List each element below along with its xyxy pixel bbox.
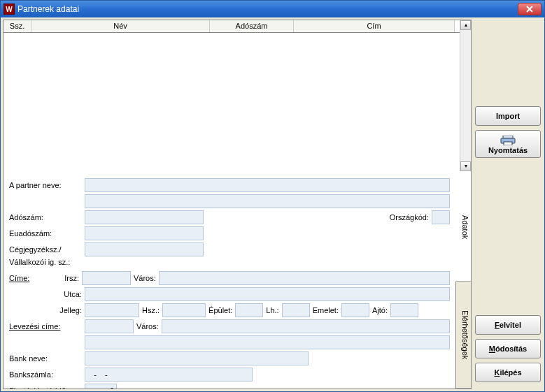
company-reg-field[interactable]	[85, 242, 204, 256]
addr-street-field[interactable]	[85, 287, 450, 301]
modify-button[interactable]: Módosítás	[475, 339, 541, 358]
label-street: Utca:	[9, 290, 85, 298]
close-icon	[525, 6, 534, 13]
label-stair: Lh.:	[263, 306, 281, 314]
addr-city-field[interactable]	[159, 271, 450, 285]
addr-door-field[interactable]	[390, 303, 418, 317]
scroll-up-icon[interactable]: ▴	[460, 20, 471, 30]
window: W Partnerek adatai Ssz. Név Adószám Cím …	[0, 0, 545, 392]
col-nev[interactable]: Név	[31, 20, 210, 32]
label-building: Épület:	[206, 306, 235, 314]
label-address: Címe:	[9, 274, 43, 282]
app-icon: W	[3, 3, 15, 15]
addr-building-field[interactable]	[235, 303, 263, 317]
country-code-field[interactable]	[432, 210, 450, 224]
bank-account-field[interactable]	[85, 368, 253, 382]
label-entrepreneur: Vállalkozói ig. sz.:	[9, 259, 85, 266]
printer-icon	[500, 136, 516, 145]
label-zip: Irsz:	[43, 274, 82, 282]
addr-type-field[interactable]	[85, 303, 139, 317]
print-button-label: Nyomtatás	[488, 146, 528, 154]
label-type: Jelleg:	[9, 306, 85, 314]
grid-header: Ssz. Név Adószám Cím	[3, 20, 460, 33]
col-ado[interactable]: Adószám	[210, 20, 294, 32]
bank-name-field[interactable]	[85, 351, 309, 365]
partner-name2-field[interactable]	[85, 194, 450, 208]
payment-deadline-field[interactable]	[85, 384, 117, 389]
mail-zip-field[interactable]	[85, 319, 134, 333]
label-bank-name: Bank neve:	[9, 354, 85, 363]
mail-rest-field[interactable]	[85, 335, 450, 349]
label-mail-city: Város:	[134, 322, 162, 331]
tab-data[interactable]: Adatok	[455, 174, 471, 282]
right-panel: Import Nyomtatás FFelvitelelvitel Módosí…	[474, 20, 542, 389]
window-title: Partnerek adatai	[17, 4, 518, 14]
label-partner-name: A partner neve:	[9, 181, 85, 189]
close-button[interactable]	[518, 3, 542, 15]
add-button[interactable]: FFelvitelelvitel	[475, 315, 541, 335]
vertical-tabs: Adatok Elérhetőségek	[455, 174, 471, 389]
col-cim[interactable]: Cím	[294, 20, 455, 32]
tax-number-field[interactable]	[85, 210, 204, 224]
label-country-code: Országkód:	[387, 213, 432, 222]
label-company-reg: Cégjegyzéksz./	[9, 246, 85, 254]
label-eu-tax: Euadószám:	[9, 229, 85, 238]
print-button[interactable]: Nyomtatás	[475, 130, 541, 158]
addr-stair-field[interactable]	[282, 303, 310, 317]
svg-rect-0	[503, 136, 513, 138]
scroll-track[interactable]	[460, 30, 471, 161]
grid-pane: Ssz. Név Adószám Cím ▴ ▾	[3, 20, 471, 171]
label-floor: Emelet:	[310, 306, 341, 314]
exit-button[interactable]: Kilépés	[475, 363, 541, 382]
partner-name-field[interactable]	[85, 178, 450, 192]
tab-contacts[interactable]: Elérhetőségek	[456, 282, 471, 389]
form-body: A partner neve: Adószám: Országkód:	[3, 174, 455, 389]
label-house: Hsz.:	[139, 306, 162, 314]
addr-house-field[interactable]	[162, 303, 206, 317]
svg-rect-2	[504, 142, 512, 145]
form-pane: A partner neve: Adószám: Országkód:	[3, 174, 471, 389]
main-area: Ssz. Név Adószám Cím ▴ ▾ A partner neve:	[3, 20, 472, 389]
label-mailing: Levezési címe:	[9, 322, 85, 331]
grid-body[interactable]: Ssz. Név Adószám Cím	[3, 20, 460, 171]
label-door: Ajtó:	[369, 306, 390, 314]
label-payment-deadline: Fizetési határidő:	[9, 386, 85, 389]
client-area: Ssz. Név Adószám Cím ▴ ▾ A partner neve:	[1, 17, 544, 391]
mail-city-field[interactable]	[162, 319, 450, 333]
eu-tax-field[interactable]	[85, 226, 204, 240]
scroll-down-icon[interactable]: ▾	[460, 161, 471, 171]
import-button[interactable]: Import	[475, 106, 541, 126]
label-city: Város:	[131, 274, 159, 282]
label-bank-account: Bankszámla:	[9, 370, 85, 379]
col-ssz[interactable]: Ssz.	[3, 20, 31, 32]
titlebar: W Partnerek adatai	[1, 1, 544, 17]
label-tax-number: Adószám:	[9, 213, 85, 222]
addr-floor-field[interactable]	[341, 303, 369, 317]
grid-scrollbar[interactable]: ▴ ▾	[460, 20, 471, 171]
addr-zip-field[interactable]	[82, 271, 131, 285]
